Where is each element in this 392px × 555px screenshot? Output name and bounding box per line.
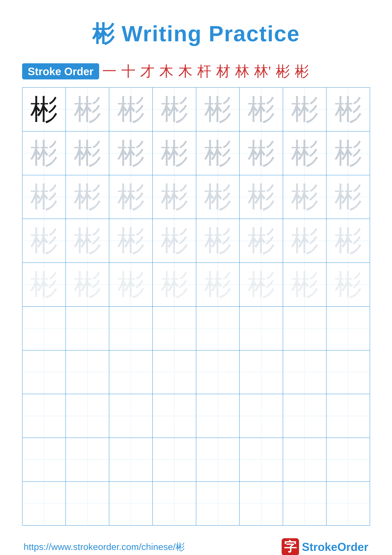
grid-cell[interactable]: 彬 xyxy=(22,219,66,263)
grid-cell[interactable] xyxy=(240,351,283,394)
grid-cell[interactable] xyxy=(240,307,283,350)
grid-cell[interactable]: 彬 xyxy=(66,263,109,306)
grid-cell[interactable]: 彬 xyxy=(196,88,240,131)
grid-cell[interactable]: 彬 xyxy=(327,175,370,219)
char-ghost: 彬 xyxy=(117,271,145,298)
grid-cell[interactable]: 彬 xyxy=(109,88,153,131)
grid-cell[interactable] xyxy=(109,351,153,394)
grid-cell[interactable]: 彬 xyxy=(153,219,196,263)
grid-cell[interactable] xyxy=(66,482,109,525)
grid-cell[interactable]: 彬 xyxy=(327,131,370,175)
grid-cell[interactable] xyxy=(196,307,240,350)
grid-cell[interactable]: 彬 xyxy=(240,263,283,306)
grid-cell[interactable] xyxy=(153,482,196,525)
grid-cell[interactable] xyxy=(283,394,327,438)
footer-brand-name: StrokeOrder xyxy=(302,540,368,553)
grid-cell[interactable]: 彬 xyxy=(109,219,153,263)
grid-cell[interactable] xyxy=(66,394,109,438)
char-ghost: 彬 xyxy=(73,271,101,298)
title-text: Writing Practice xyxy=(121,21,300,46)
char-ghost: 彬 xyxy=(291,271,319,298)
stroke-7: 材 xyxy=(216,62,230,81)
grid-cell[interactable] xyxy=(196,438,240,482)
grid-cell[interactable] xyxy=(283,438,327,482)
grid-cell[interactable] xyxy=(240,394,283,438)
char-ghost: 彬 xyxy=(291,183,319,211)
grid-cell[interactable] xyxy=(153,307,196,350)
grid-cell[interactable] xyxy=(196,351,240,394)
grid-cell[interactable]: 彬 xyxy=(22,88,66,131)
char-ghost: 彬 xyxy=(161,183,188,211)
stroke-3: 才 xyxy=(140,62,155,81)
grid-cell[interactable] xyxy=(153,394,196,438)
grid-cell[interactable]: 彬 xyxy=(196,263,240,306)
grid-cell[interactable]: 彬 xyxy=(283,263,327,306)
grid-cell[interactable] xyxy=(22,351,66,394)
grid-cell[interactable] xyxy=(283,307,327,350)
grid-cell[interactable] xyxy=(327,351,370,394)
grid-cell[interactable]: 彬 xyxy=(153,88,196,131)
grid-cell[interactable] xyxy=(196,394,240,438)
grid-cell[interactable]: 彬 xyxy=(196,175,240,219)
grid-cell[interactable]: 彬 xyxy=(66,131,109,175)
grid-cell[interactable]: 彬 xyxy=(327,219,370,263)
grid-cell[interactable] xyxy=(153,438,196,482)
grid-cell[interactable] xyxy=(196,482,240,525)
grid-cell[interactable]: 彬 xyxy=(109,131,153,175)
grid-cell[interactable]: 彬 xyxy=(22,131,66,175)
grid-cell[interactable]: 彬 xyxy=(240,88,283,131)
char-ghost: 彬 xyxy=(334,139,362,167)
grid-cell[interactable] xyxy=(66,307,109,350)
char-ghost: 彬 xyxy=(161,227,188,255)
grid-cell[interactable] xyxy=(327,482,370,525)
grid-cell[interactable]: 彬 xyxy=(109,175,153,219)
footer-url[interactable]: https://www.strokeorder.com/chinese/彬 xyxy=(24,541,185,553)
grid-cell[interactable] xyxy=(240,438,283,482)
grid-cell[interactable] xyxy=(327,438,370,482)
grid-cell[interactable] xyxy=(109,394,153,438)
grid-cell[interactable] xyxy=(327,307,370,350)
grid-cell[interactable]: 彬 xyxy=(109,263,153,306)
grid-cell[interactable]: 彬 xyxy=(66,219,109,263)
grid-cell[interactable]: 彬 xyxy=(66,175,109,219)
char-ghost: 彬 xyxy=(117,227,145,255)
grid-cell[interactable]: 彬 xyxy=(283,131,327,175)
grid-cell[interactable] xyxy=(283,482,327,525)
grid-cell[interactable] xyxy=(327,394,370,438)
char-ghost: 彬 xyxy=(30,183,58,211)
grid-cell[interactable]: 彬 xyxy=(283,175,327,219)
grid-cell[interactable] xyxy=(66,351,109,394)
grid-cell[interactable] xyxy=(109,482,153,525)
grid-cell[interactable]: 彬 xyxy=(196,219,240,263)
grid-cell[interactable]: 彬 xyxy=(22,263,66,306)
grid-cell[interactable]: 彬 xyxy=(283,88,327,131)
grid-cell[interactable] xyxy=(109,307,153,350)
grid-cell[interactable] xyxy=(22,438,66,482)
char-ghost: 彬 xyxy=(204,271,231,298)
grid-cell[interactable]: 彬 xyxy=(240,131,283,175)
grid-cell[interactable]: 彬 xyxy=(240,219,283,263)
grid-cell[interactable]: 彬 xyxy=(66,88,109,131)
char-ghost: 彬 xyxy=(247,227,275,255)
grid-cell[interactable] xyxy=(283,351,327,394)
grid-cell[interactable] xyxy=(22,307,66,350)
grid-cell[interactable] xyxy=(22,482,66,525)
grid-cell[interactable]: 彬 xyxy=(283,219,327,263)
grid-cell[interactable] xyxy=(66,438,109,482)
grid-cell[interactable]: 彬 xyxy=(240,175,283,219)
grid-cell[interactable] xyxy=(109,438,153,482)
footer-logo-icon: 字 xyxy=(282,538,299,555)
grid-cell[interactable]: 彬 xyxy=(327,263,370,306)
stroke-10: 彬 xyxy=(276,62,290,81)
grid-cell[interactable] xyxy=(240,482,283,525)
grid-cell[interactable]: 彬 xyxy=(153,175,196,219)
char-ghost: 彬 xyxy=(73,183,101,211)
grid-cell[interactable] xyxy=(22,394,66,438)
grid-cell[interactable]: 彬 xyxy=(22,175,66,219)
grid-cell[interactable] xyxy=(153,351,196,394)
grid-cell[interactable]: 彬 xyxy=(153,263,196,306)
grid-cell[interactable]: 彬 xyxy=(196,131,240,175)
grid-cell[interactable]: 彬 xyxy=(153,131,196,175)
stroke-order-chars: 一 十 才 木 木 杆 材 林 林' 彬 彬 xyxy=(102,62,309,81)
grid-cell[interactable]: 彬 xyxy=(327,88,370,131)
